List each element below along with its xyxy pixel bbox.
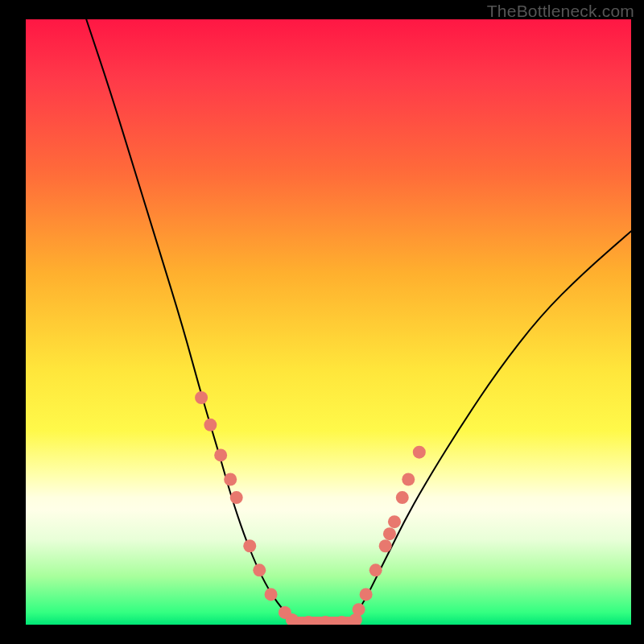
- right-dots-point: [413, 446, 426, 459]
- right-dots-point: [383, 527, 396, 540]
- left-curve: [86, 19, 292, 618]
- right-dots-point: [396, 491, 409, 504]
- left-dots-point: [243, 539, 256, 552]
- right-dots-point: [402, 473, 415, 486]
- left-dots-point: [214, 448, 227, 461]
- right-dots-point: [369, 564, 382, 576]
- curve-group: [86, 19, 631, 618]
- plot-area: [26, 19, 631, 625]
- right-dots-point: [388, 515, 401, 528]
- right-dots-point: [353, 603, 365, 616]
- right-dots-point: [360, 588, 373, 601]
- chart-frame: TheBottleneck.com: [0, 0, 644, 644]
- left-dots-point: [224, 473, 237, 486]
- marker-group: [195, 391, 426, 625]
- left-dots-point: [230, 491, 243, 504]
- left-dots-point: [265, 588, 278, 601]
- left-dots-point: [195, 391, 208, 404]
- right-dots-point: [379, 539, 392, 552]
- watermark-text: TheBottleneck.com: [487, 2, 634, 21]
- left-dots-point: [204, 419, 217, 431]
- left-dots-point: [253, 564, 266, 576]
- right-curve: [353, 231, 631, 618]
- chart-overlay: [26, 19, 631, 625]
